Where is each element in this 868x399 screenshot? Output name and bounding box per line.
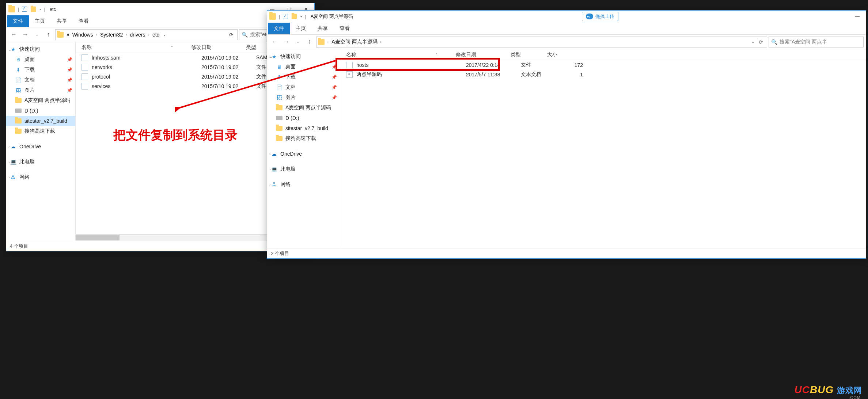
breadcrumb-seg[interactable]: « (65, 32, 71, 38)
window-title: A麦空间 两点半源码 (308, 13, 353, 20)
nav-recent-dropdown[interactable]: ⌄ (32, 30, 42, 40)
file-icon (82, 64, 88, 71)
col-date[interactable]: 修改日期 (191, 44, 246, 51)
chevron-right-icon[interactable]: › (95, 33, 99, 37)
breadcrumb-seg[interactable]: Windows (71, 32, 95, 38)
col-name[interactable]: 名称˄ (346, 52, 456, 58)
nav-forward-button[interactable]: → (281, 37, 291, 47)
item-count: 4 个项目 (10, 243, 28, 250)
watermark: UCBUG 游戏网 .COM (795, 384, 862, 396)
sort-indicator-icon: ˄ (171, 45, 173, 49)
sidebar-onedrive[interactable]: ›☁OneDrive (267, 149, 340, 159)
qat-newfolder-icon[interactable] (31, 7, 36, 12)
tab-share[interactable]: 共享 (312, 23, 334, 34)
ribbon-tabs: 文件 主页 共享 查看 (267, 22, 866, 35)
breadcrumb-seg[interactable]: System32 (99, 32, 124, 38)
breadcrumb-seg[interactable]: etc (151, 32, 161, 38)
tab-view[interactable]: 查看 (73, 15, 95, 27)
tab-share[interactable]: 共享 (51, 15, 73, 27)
qat-dropdown-icon[interactable]: ▾ (300, 15, 302, 18)
pin-icon: 📌 (331, 75, 337, 80)
titlebar[interactable]: | ▾ | A麦空间 两点半源码 拖拽上传 — (267, 11, 866, 22)
sidebar-pictures[interactable]: 🖼图片📌 (267, 92, 340, 103)
sidebar-drive-d[interactable]: D (D:) (267, 113, 340, 123)
sidebar-onedrive[interactable]: ›☁OneDrive (6, 141, 75, 152)
sidebar-documents[interactable]: 📄文档📌 (267, 82, 340, 92)
breadcrumb-seg[interactable]: A麦空间 两点半源码 (330, 39, 379, 45)
nav-up-button[interactable]: ↑ (304, 37, 315, 47)
upload-button[interactable]: 拖拽上传 (582, 12, 618, 21)
sidebar-folder-amai[interactable]: A麦空间 两点半源码 (267, 103, 340, 113)
sidebar-downloads[interactable]: ⬇下载📌 (267, 72, 340, 82)
chevron-right-icon[interactable]: › (124, 33, 128, 37)
status-bar: 2 个项目 (267, 248, 866, 258)
file-icon (82, 73, 88, 80)
nav-recent-dropdown[interactable]: ⌄ (293, 37, 303, 47)
sidebar: ⌄★快速访问 🖥桌面📌 ⬇下载📌 📄文档📌 🖼图片📌 A麦空间 两点半源码 D … (6, 42, 76, 241)
sidebar-folder-sitestar[interactable]: sitestar_v2.7_build (6, 116, 75, 126)
chevron-right-icon[interactable]: › (379, 40, 383, 44)
sidebar-this-pc[interactable]: ›💻此电脑 (267, 164, 340, 174)
qat-newfolder-icon[interactable] (292, 14, 297, 19)
sidebar-folder-sogou[interactable]: 搜狗高速下载 (267, 133, 340, 144)
column-headers: 名称˄ 修改日期 类型 大小 (340, 49, 866, 60)
sidebar-network[interactable]: ›🖧网络 (6, 172, 75, 182)
address-bar[interactable]: « Windows› System32› drivers› etc ⌄ ⟳ (55, 29, 238, 40)
qat-properties-icon[interactable] (22, 7, 27, 12)
file-row[interactable]: 两点半源码2017/5/7 11:38文本文档1 (340, 70, 866, 79)
address-bar[interactable]: › A麦空间 两点半源码 › ⌄ ⟳ (316, 37, 767, 48)
pin-icon: 📌 (331, 64, 337, 69)
chevron-right-icon[interactable]: › (147, 33, 151, 37)
address-dropdown-icon[interactable]: ⌄ (749, 40, 757, 44)
sidebar-folder-amai[interactable]: A麦空间 两点半源码 (6, 95, 75, 106)
tab-home[interactable]: 主页 (290, 23, 312, 34)
tab-file[interactable]: 文件 (268, 23, 290, 34)
tab-home[interactable]: 主页 (29, 15, 51, 27)
pin-icon: 📌 (67, 57, 72, 62)
qat-separator: | (279, 14, 280, 19)
file-icon (82, 83, 88, 90)
folder-icon (57, 32, 64, 38)
chevron-right-icon[interactable]: › (326, 40, 330, 44)
address-dropdown-icon[interactable]: ⌄ (161, 33, 168, 37)
nav-forward-button[interactable]: → (20, 30, 30, 40)
sidebar-folder-sitestar[interactable]: sitestar_v2.7_build (267, 123, 340, 133)
text-file-icon (346, 71, 353, 78)
cloud-icon (586, 14, 593, 19)
tab-file[interactable]: 文件 (7, 15, 29, 27)
sidebar-folder-sogou[interactable]: 搜狗高速下载 (6, 126, 75, 136)
folder-icon (269, 13, 276, 20)
sidebar-this-pc[interactable]: ›💻此电脑 (6, 157, 75, 167)
nav-back-button[interactable]: ← (8, 30, 19, 40)
sidebar-desktop[interactable]: 🖥桌面📌 (6, 54, 75, 65)
sidebar-documents[interactable]: 📄文档📌 (6, 75, 75, 85)
breadcrumb-seg[interactable]: drivers (129, 32, 147, 38)
folder-icon (8, 6, 15, 12)
annotation-text: 把文件复制到系统目录 (113, 121, 238, 149)
search-input[interactable]: 🔍 搜索"A麦空间 两点半 (769, 37, 864, 48)
search-icon: 🔍 (771, 39, 777, 45)
refresh-button[interactable]: ⟳ (227, 32, 236, 38)
sidebar-network[interactable]: ›🖧网络 (267, 179, 340, 190)
sidebar-downloads[interactable]: ⬇下载📌 (6, 65, 75, 75)
sidebar: ⌄★快速访问 🖥桌面📌 ⬇下载📌 📄文档📌 🖼图片📌 A麦空间 两点半源码 D … (267, 49, 340, 248)
nav-back-button[interactable]: ← (269, 37, 280, 47)
col-name[interactable]: 名称˄ (82, 44, 191, 51)
col-date[interactable]: 修改日期 (456, 52, 511, 58)
qat-dropdown-icon[interactable]: ▾ (39, 8, 41, 11)
sidebar-drive-d[interactable]: D (D:) (6, 106, 75, 116)
refresh-button[interactable]: ⟳ (757, 39, 765, 45)
tab-view[interactable]: 查看 (334, 23, 356, 34)
qat-properties-icon[interactable] (283, 14, 288, 19)
nav-up-button[interactable]: ↑ (43, 30, 54, 40)
minimize-button[interactable]: — (849, 11, 866, 22)
sidebar-desktop[interactable]: 🖥桌面📌 (267, 62, 340, 72)
file-row-hosts[interactable]: hosts2017/4/22 0:18文件172 (340, 60, 866, 70)
sidebar-quick-access[interactable]: ⌄★快速访问 (6, 44, 75, 54)
sidebar-quick-access[interactable]: ⌄★快速访问 (267, 52, 340, 62)
pin-icon: 📌 (331, 85, 337, 90)
sidebar-pictures[interactable]: 🖼图片📌 (6, 85, 75, 95)
scroll-thumb[interactable] (76, 235, 120, 240)
col-type[interactable]: 类型 (511, 52, 547, 58)
col-size[interactable]: 大小 (547, 52, 573, 58)
